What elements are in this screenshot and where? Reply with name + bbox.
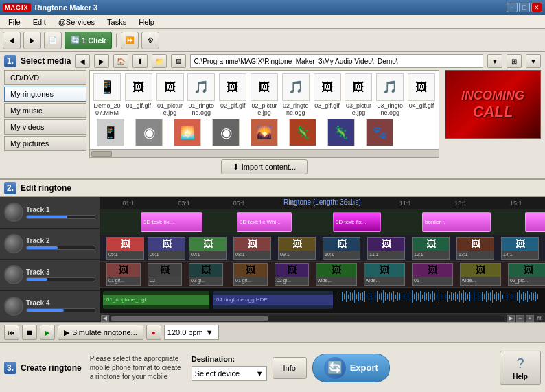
media-file-7[interactable]: 🖼 03_gif.gif	[313, 73, 342, 109]
transport-record-btn[interactable]: ●	[146, 325, 161, 340]
media-file-0[interactable]: 📱 Demo_2007.MRM	[93, 73, 121, 116]
img-clip-3-3[interactable]: 🖼 01 gif...	[233, 263, 268, 286]
clip-track1-d[interactable]: border...	[422, 212, 491, 232]
media-file-10[interactable]: 🖼 04_gif.gif	[407, 73, 436, 109]
nav-prev-btn[interactable]: ◀	[75, 54, 90, 68]
track-lane-4[interactable]: 01_ringtone_ogl 04 ringtone ogg HDP 05_r…	[100, 288, 545, 314]
toolbar-new-btn[interactable]: 📄	[44, 32, 62, 49]
zoom-minus-btn[interactable]: −	[516, 315, 524, 322]
media-file-2[interactable]: 🖼 01_picture.jpg	[156, 73, 185, 116]
simulate-ringtone-button[interactable]: ▶ Simulate ringtone...	[58, 325, 143, 340]
img-clip-3-8[interactable]: 🖼 wide...	[460, 263, 501, 286]
track-lane-1[interactable]: 3D text: fix... 3D text:flic Whi... 3D t…	[100, 209, 545, 235]
scroll-thumb[interactable]	[111, 316, 268, 321]
destination-select[interactable]: Select device ▼	[192, 366, 267, 381]
transport-stop-btn[interactable]: ⏹	[22, 325, 37, 340]
maximize-button[interactable]: □	[519, 3, 530, 12]
clip-track1-b[interactable]: 3D text:flic Whi...	[237, 212, 292, 232]
nav-next-btn[interactable]: ▶	[94, 54, 109, 68]
media-file-9[interactable]: 🎵 03_ringtone.ogg	[375, 73, 404, 116]
menu-help[interactable]: Help	[133, 16, 160, 27]
img-clip-2-9[interactable]: 🖼 14:1	[501, 237, 539, 260]
clip-track1-e[interactable]	[525, 212, 545, 232]
media-file-1[interactable]: 🖼 01_gif.gif	[124, 73, 153, 109]
toolbar-fwd-nav[interactable]: ⏩	[121, 32, 139, 49]
media-btn-myvideos[interactable]: My videos	[4, 119, 86, 135]
scrollbar-thumb[interactable]	[91, 151, 112, 157]
img-clip-3-2[interactable]: 🖼 02 gi...	[189, 263, 223, 286]
nav-monitor-btn[interactable]: 🖥	[171, 54, 186, 68]
toolbar-forward-btn[interactable]: ▶	[23, 32, 41, 49]
horizontal-scrollbar[interactable]	[90, 149, 439, 157]
view-grid-btn[interactable]: ⊞	[507, 54, 522, 68]
scroll-track[interactable]	[111, 316, 505, 321]
media-btn-cddvd[interactable]: CD/DVD	[4, 70, 86, 85]
img-clip-2-8[interactable]: 🖼 13:1	[456, 237, 494, 260]
track4-knob[interactable]	[4, 297, 23, 316]
toolbar-back-btn[interactable]: ◀	[3, 32, 21, 49]
media-file-r2-5[interactable]: 🦎	[285, 119, 321, 146]
menu-edit[interactable]: Edit	[27, 16, 51, 27]
media-file-r2-0[interactable]: 📱	[93, 119, 128, 146]
clip-track1-a[interactable]: 3D text: fix...	[141, 212, 202, 232]
track1-knob[interactable]	[4, 203, 23, 222]
media-file-r2-2[interactable]: 🌅	[170, 119, 205, 146]
menu-services[interactable]: @Services	[53, 16, 100, 27]
img-clip-3-7[interactable]: 🖼 01	[412, 263, 453, 286]
media-file-8[interactable]: 🖼 03_picture.jpg	[345, 73, 373, 116]
img-clip-2-7[interactable]: 🖼 12:1	[412, 237, 450, 260]
transport-rewind-btn[interactable]: ⏮	[4, 325, 19, 340]
media-file-3[interactable]: 🎵 01_ringtone.ogg	[187, 73, 216, 116]
media-file-r2-7[interactable]: 🐾	[362, 119, 397, 146]
menu-file[interactable]: File	[3, 16, 26, 27]
img-clip-2-3[interactable]: 🖼 08:1	[233, 237, 271, 260]
close-button[interactable]: ✕	[531, 3, 542, 12]
media-btn-myringtones[interactable]: My ringtones	[4, 87, 86, 102]
img-clip-3-5[interactable]: 🖼 wide...	[316, 263, 357, 286]
img-clip-2-1[interactable]: 🖼 06:1	[148, 237, 185, 260]
nav-folder-btn[interactable]: 📁	[152, 54, 167, 68]
img-clip-2-6[interactable]: 🖼 11:1	[367, 237, 405, 260]
track2-knob[interactable]	[4, 234, 23, 253]
bpm-display[interactable]: 120.0 bpm ▼	[164, 325, 219, 340]
import-content-button[interactable]: ⬇ Import content...	[221, 159, 308, 174]
toolbar-settings-btn[interactable]: ⚙	[141, 32, 159, 49]
media-file-5[interactable]: 🖼 02_picture.jpg	[250, 73, 279, 116]
img-clip-3-1[interactable]: 🖼 02	[148, 263, 182, 286]
media-btn-mymusic[interactable]: My music	[4, 103, 86, 118]
track3-knob[interactable]	[4, 265, 23, 284]
img-clip-3-0[interactable]: 🖼 01 gif...	[106, 263, 141, 286]
track2-fader[interactable]	[26, 246, 95, 250]
nav-up-btn[interactable]: ⬆	[132, 54, 148, 68]
media-file-r2-1[interactable]: ◉	[131, 119, 167, 146]
track-lane-2[interactable]: 🖼 05:1 🖼 06:1 🖼 07:1 🖼	[100, 235, 545, 262]
track-lane-3[interactable]: 🖼 01 gif... 🖼 02 🖼 02 gi... 🖼	[100, 262, 545, 288]
clip-track1-c[interactable]: 3D text: fix...	[333, 212, 381, 232]
img-clip-3-6[interactable]: 🖼 wide...	[364, 263, 405, 286]
one-click-button[interactable]: 🔄 1 Click	[65, 32, 112, 49]
scroll-left-btn[interactable]: ◀	[101, 315, 109, 322]
track1-fader[interactable]	[26, 215, 95, 219]
img-clip-3-4[interactable]: 🖼 02 gi...	[275, 263, 309, 286]
nav-home-btn[interactable]: 🏠	[113, 54, 128, 68]
view-dropdown-btn[interactable]: ▼	[526, 54, 541, 68]
help-button[interactable]: ? Help	[500, 351, 541, 385]
media-file-6[interactable]: 🎵 02_ringtone.ogg	[281, 73, 310, 116]
address-bar[interactable]: C:\Programme\MAGIX\Ringtone_Maker_3\My A…	[190, 54, 483, 68]
img-clip-2-0[interactable]: 🖼 05:1	[106, 237, 144, 260]
img-clip-2-5[interactable]: 🖼 10:1	[323, 237, 360, 260]
info-button[interactable]: Info	[272, 357, 307, 379]
img-clip-2-4[interactable]: 🖼 09:1	[278, 237, 316, 260]
media-btn-mypictures[interactable]: My pictures	[4, 136, 86, 151]
img-clip-3-9[interactable]: 🖼 02_pic...	[508, 263, 545, 286]
menu-tasks[interactable]: Tasks	[102, 16, 132, 27]
img-clip-2-2[interactable]: 🖼 07:1	[189, 237, 227, 260]
address-dropdown-btn[interactable]: ▼	[487, 54, 502, 68]
export-button[interactable]: 🔄 Export	[312, 354, 390, 382]
track4-fader[interactable]	[26, 308, 95, 312]
transport-play-btn[interactable]: ▶	[40, 325, 55, 340]
track3-fader[interactable]	[26, 277, 95, 281]
scroll-right-btn[interactable]: ▶	[507, 315, 515, 322]
media-file-r2-3[interactable]: ◉	[208, 119, 244, 146]
media-file-r2-4[interactable]: 🌄	[246, 119, 282, 146]
